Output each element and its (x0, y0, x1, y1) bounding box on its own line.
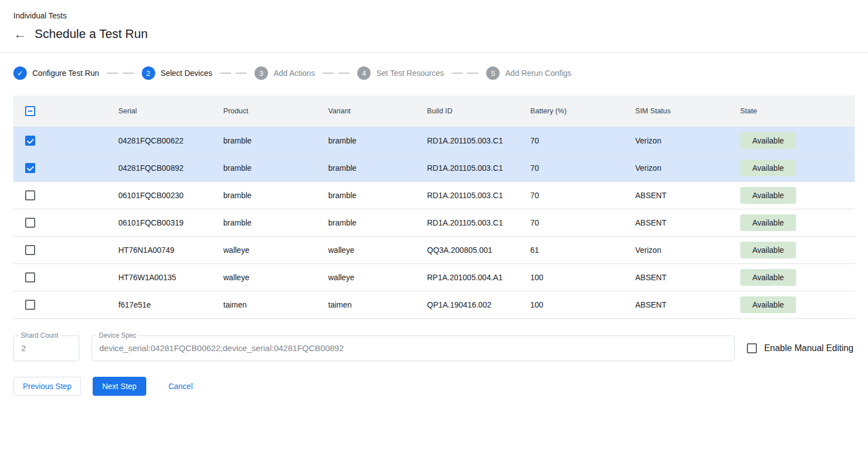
cell-build-id: RD1A.201105.003.C1 (423, 127, 526, 154)
cell-variant: bramble (324, 127, 423, 154)
row-checkbox[interactable] (25, 163, 35, 173)
cell-product: walleye (219, 236, 324, 263)
cell-serial: 04281FQCB00892 (114, 154, 219, 181)
cell-sim-status: Verizon (631, 127, 736, 154)
select-all-checkbox[interactable] (25, 106, 35, 116)
cell-battery: 70 (526, 209, 631, 236)
title-row: ← Schedule a Test Run (13, 26, 855, 52)
stepper-connector (220, 73, 247, 74)
row-checkbox[interactable] (25, 218, 35, 228)
step-number: 5 (486, 66, 500, 80)
step-label: Add Rerun Configs (505, 69, 571, 78)
stepper-step-set-test-resources[interactable]: 4Set Test Resources (357, 66, 444, 80)
state-badge: Available (740, 296, 796, 313)
enable-manual-editing[interactable]: Enable Manual Editing (747, 343, 855, 353)
page-title: Schedule a Test Run (35, 27, 148, 41)
table-row[interactable]: 04281FQCB00622bramblebrambleRD1A.201105.… (13, 127, 855, 154)
cancel-button[interactable]: Cancel (166, 377, 195, 395)
column-header-product: Product (219, 95, 324, 127)
cell-state: Available (736, 236, 855, 263)
cell-state: Available (736, 127, 855, 154)
enable-manual-editing-checkbox[interactable] (747, 343, 757, 353)
column-header-serial: Serial (114, 95, 219, 127)
cell-sim-status: ABSENT (631, 291, 736, 318)
cell-build-id: RD1A.201105.003.C1 (423, 209, 526, 236)
step-label: Configure Test Run (32, 69, 99, 78)
cell-state: Available (736, 154, 855, 181)
stepper-step-add-actions[interactable]: 3Add Actions (255, 66, 315, 80)
column-header-build-id: Build ID (423, 95, 526, 127)
select-all-cell (13, 95, 114, 127)
table-row[interactable]: HT76N1A00749walleyewalleyeQQ3A.200805.00… (13, 236, 855, 263)
cell-product: bramble (219, 154, 324, 181)
row-checkbox[interactable] (25, 272, 35, 282)
state-badge: Available (740, 214, 796, 231)
cell-product: bramble (219, 209, 324, 236)
table-row[interactable]: f617e51etaimentaimenQP1A.190416.002100AB… (13, 291, 855, 318)
device-spec-value: device_serial:04281FQCB00622;device_seri… (99, 343, 344, 353)
stepper-connector (107, 73, 134, 74)
stepper-step-add-rerun-configs[interactable]: 5Add Rerun Configs (486, 66, 571, 80)
cell-sim-status: Verizon (631, 236, 736, 263)
cell-checkbox (13, 291, 114, 318)
state-badge: Available (740, 269, 796, 286)
device-table: SerialProductVariantBuild IDBattery (%)S… (13, 95, 855, 319)
cell-product: taimen (219, 291, 324, 318)
cell-variant: walleye (324, 236, 423, 263)
table-row[interactable]: HT76W1A00135walleyewalleyeRP1A.201005.00… (13, 263, 855, 291)
back-arrow-icon[interactable]: ← (13, 27, 27, 41)
cell-checkbox (13, 236, 114, 263)
cell-state: Available (736, 181, 855, 209)
step-number: 2 (142, 66, 155, 80)
state-badge: Available (740, 132, 796, 149)
step-label: Set Test Resources (376, 69, 444, 78)
cell-variant: taimen (324, 291, 423, 318)
cell-product: bramble (219, 181, 324, 209)
cell-variant: walleye (324, 263, 423, 291)
shard-count-field[interactable]: Shard Count 2 (13, 335, 79, 361)
stepper-step-configure-test-run[interactable]: ✓Configure Test Run (13, 66, 99, 80)
cell-serial: HT76W1A00135 (114, 263, 219, 291)
cell-state: Available (736, 263, 855, 291)
cell-build-id: RD1A.201105.003.C1 (423, 181, 526, 209)
step-number: 3 (255, 66, 268, 80)
cell-state: Available (736, 209, 855, 236)
cell-product: bramble (219, 127, 324, 154)
column-header-sim-status: SIM Status (631, 95, 736, 127)
cell-build-id: RD1A.201105.003.C1 (423, 154, 526, 181)
cell-battery: 70 (526, 127, 631, 154)
next-step-button[interactable]: Next Step (93, 377, 146, 396)
form-row: Shard Count 2 Device Spec device_serial:… (13, 335, 855, 361)
stepper-step-select-devices[interactable]: 2Select Devices (142, 66, 213, 80)
cell-product: walleye (219, 263, 324, 291)
device-spec-field[interactable]: Device Spec device_serial:04281FQCB00622… (92, 335, 735, 361)
breadcrumb: Individual Tests (13, 11, 855, 20)
state-badge: Available (740, 242, 796, 258)
cell-battery: 70 (526, 181, 631, 209)
table-header-row: SerialProductVariantBuild IDBattery (%)S… (13, 95, 855, 127)
cell-build-id: QQ3A.200805.001 (423, 236, 526, 263)
state-badge: Available (740, 187, 796, 204)
cell-variant: bramble (324, 209, 423, 236)
cell-sim-status: Verizon (631, 154, 736, 181)
shard-count-value: 2 (21, 343, 26, 353)
cell-variant: bramble (324, 181, 423, 209)
row-checkbox[interactable] (25, 136, 35, 146)
cell-variant: bramble (324, 154, 423, 181)
table-row[interactable]: 04281FQCB00892bramblebrambleRD1A.201105.… (13, 154, 855, 181)
row-checkbox[interactable] (25, 245, 35, 255)
column-header-battery: Battery (%) (526, 95, 631, 127)
previous-step-button[interactable]: Previous Step (13, 377, 81, 396)
device-spec-label: Device Spec (97, 332, 138, 339)
table-row[interactable]: 06101FQCB00230bramblebrambleRD1A.201105.… (13, 181, 855, 209)
cell-battery: 70 (526, 154, 631, 181)
cell-sim-status: ABSENT (631, 181, 736, 209)
step-check-icon: ✓ (13, 66, 27, 80)
table-row[interactable]: 06101FQCB00319bramblebrambleRD1A.201105.… (13, 209, 855, 236)
stepper: ✓Configure Test Run2Select Devices3Add A… (0, 53, 868, 95)
row-checkbox[interactable] (25, 190, 35, 200)
row-checkbox[interactable] (25, 300, 35, 310)
stepper-connector (452, 73, 478, 74)
stepper-connector (323, 73, 349, 74)
cell-checkbox (13, 263, 114, 291)
